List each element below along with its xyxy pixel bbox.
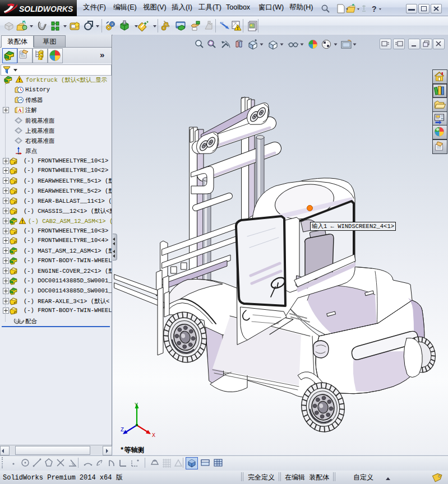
svg-text:Z: Z bbox=[121, 427, 124, 433]
svg-text:Y: Y bbox=[135, 402, 138, 408]
svg-text:X: X bbox=[152, 432, 155, 438]
svg-text:A: A bbox=[18, 108, 22, 113]
svg-text:?: ? bbox=[372, 4, 377, 13]
